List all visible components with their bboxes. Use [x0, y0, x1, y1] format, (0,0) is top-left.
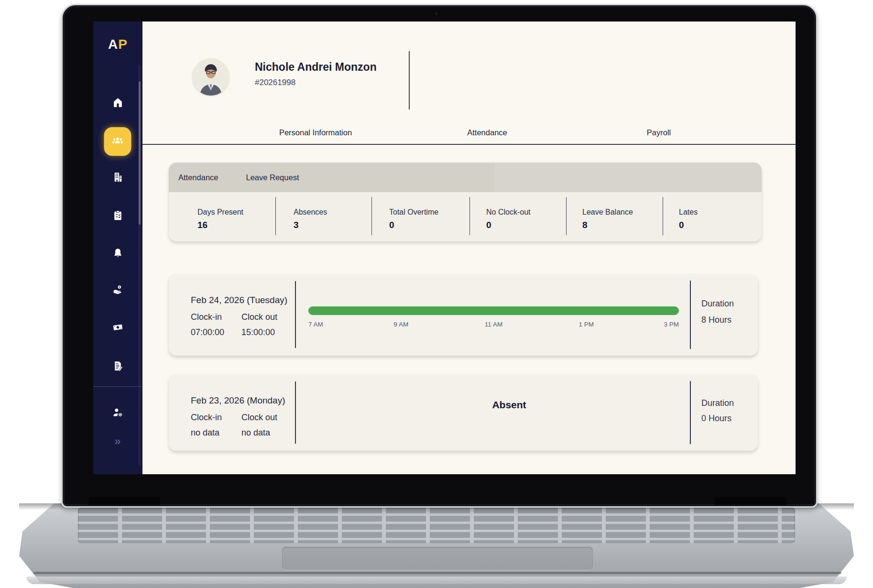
sidebar-item-attendance[interactable]: [108, 207, 127, 226]
employee-name: Nichole Andrei Monzon: [255, 61, 377, 74]
sidebar-item-user-settings[interactable]: [108, 403, 127, 423]
duration-value: 8 Hours: [701, 315, 731, 325]
clock-in-label: Clock-in: [191, 413, 222, 423]
tab-payroll[interactable]: Payroll: [647, 128, 671, 137]
sidebar-item-payroll[interactable]: [108, 281, 127, 300]
hinge-notch-left: [88, 497, 160, 505]
attendance-record-card: Feb 24, 2026 (Tuesday) Clock-in Clock ou…: [169, 274, 758, 356]
attendance-summary-panel: Attendance Leave Request Days Present 16…: [169, 163, 762, 241]
banknote-icon: [112, 321, 124, 335]
sidebar-divider: [93, 386, 142, 387]
laptop-front-lip: [33, 572, 841, 574]
header-divider: [409, 51, 410, 109]
employees-icon: [111, 134, 124, 149]
money-hand-icon: [112, 283, 124, 297]
stat-divider: [275, 197, 276, 235]
stat-divider: [663, 197, 663, 235]
clock-out-label: Clock out: [241, 312, 277, 322]
employee-id: #20261998: [255, 78, 295, 87]
timeline-tick: 1 PM: [578, 321, 594, 328]
duration-label: Duration: [701, 398, 734, 408]
stat-label: Absences: [294, 208, 327, 217]
worked-hours-bar: [308, 306, 679, 315]
stat-label: No Clock-out: [486, 208, 530, 217]
tab-attendance[interactable]: Attendance: [467, 128, 507, 137]
building-icon: [112, 171, 124, 185]
stat-value: 8: [582, 220, 588, 230]
app-logo: AP: [93, 37, 142, 52]
home-icon: [112, 97, 124, 110]
laptop-trackpad: [282, 547, 593, 570]
clock-out-label: Clock out: [241, 413, 277, 423]
stat-value: 0: [679, 220, 684, 230]
clock-out-time: no data: [241, 428, 270, 438]
logo-letter-a: A: [108, 37, 118, 52]
attendance-subtabs-bar: Attendance Leave Request: [169, 163, 762, 192]
stat-value: 0: [389, 220, 394, 230]
stat-label: Leave Balance: [582, 208, 633, 217]
card-divider: [295, 281, 296, 348]
stat-label: Days Present: [197, 208, 243, 217]
employee-avatar: [192, 58, 229, 96]
logo-letter-p: P: [118, 37, 128, 52]
clock-out-time: 15:00:00: [241, 327, 275, 338]
clipboard-check-icon: [112, 209, 124, 223]
sidebar-item-notifications[interactable]: [108, 244, 127, 263]
sidebar-collapse-chevron[interactable]: »: [114, 435, 120, 448]
sidebar-item-home[interactable]: [108, 94, 127, 113]
hinge-notch-right: [715, 497, 786, 505]
document-pen-icon: [112, 360, 124, 374]
card-duration-divider: [690, 281, 691, 349]
sidebar-scrollbar-thumb[interactable]: [139, 81, 141, 225]
stat-divider: [566, 197, 567, 235]
duration-value: 0 Hours: [701, 414, 731, 424]
clock-in-label: Clock-in: [191, 312, 222, 322]
sidebar: AP: [93, 22, 142, 474]
sidebar-item-employees-active[interactable]: [104, 127, 131, 156]
timeline-axis: 7 AM 9 AM 11 AM 1 PM 3 PM: [308, 321, 679, 330]
sidebar-item-company[interactable]: [108, 168, 127, 187]
timeline-tick: 11 AM: [485, 321, 502, 328]
card-divider: [295, 381, 296, 444]
subtab-leave-request[interactable]: Leave Request: [246, 173, 299, 182]
clock-in-time: 07:00:00: [191, 327, 224, 338]
app-screen: AP: [93, 22, 796, 474]
stat-value: 16: [197, 220, 207, 230]
stat-divider: [371, 197, 372, 235]
stat-value: 3: [294, 220, 299, 230]
webcam-dot: [434, 11, 438, 16]
stat-value: 0: [486, 220, 491, 230]
timeline-tick: 3 PM: [664, 321, 679, 328]
absent-status: Absent: [492, 399, 526, 411]
laptop-keyboard: [78, 508, 795, 543]
user-gear-icon: [112, 406, 124, 420]
record-date: Feb 23, 2026 (Monday): [191, 395, 285, 406]
card-duration-divider: [690, 381, 691, 444]
stat-divider: [469, 197, 470, 235]
subtab-attendance[interactable]: Attendance: [178, 173, 218, 182]
sidebar-item-cash[interactable]: [108, 318, 127, 338]
clock-in-time: no data: [191, 428, 219, 438]
laptop-front-edge: [26, 577, 847, 584]
stat-label: Total Overtime: [389, 208, 438, 217]
tabs-underline: [142, 144, 796, 145]
attendance-record-card: Feb 23, 2026 (Monday) Clock-in Clock out…: [169, 374, 758, 451]
bell-icon: [112, 247, 124, 261]
duration-label: Duration: [701, 299, 734, 309]
timeline-tick: 7 AM: [308, 321, 323, 328]
tab-personal-information[interactable]: Personal Information: [279, 128, 352, 137]
record-date: Feb 24, 2026 (Tuesday): [191, 295, 287, 305]
stat-label: Lates: [679, 208, 698, 217]
sidebar-item-contracts[interactable]: [108, 357, 127, 376]
timeline-tick: 9 AM: [393, 321, 408, 328]
